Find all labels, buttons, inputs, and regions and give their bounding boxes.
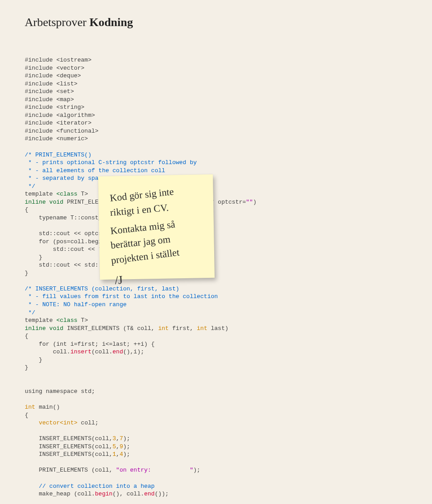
code-line: }: [25, 357, 42, 363]
code-comment: * - prints optional C-string optcstr fol…: [25, 159, 197, 166]
code-line: {: [25, 333, 28, 339]
title-bold: Kodning: [90, 16, 133, 29]
code-comment: // convert collection into a heap: [25, 483, 155, 490]
code-comment: */: [25, 309, 35, 316]
sticky-note: Kod gör sig inte riktigt i en CV. Kontak…: [98, 174, 215, 280]
code-line: int main(): [25, 404, 60, 410]
code-line: using namespace std;: [25, 388, 95, 395]
code-comment: /* PRINT_ELEMENTS(): [25, 152, 91, 158]
code-line: INSERT_ELEMENTS(coll,3,7);: [25, 435, 130, 442]
code-line: #include <iterator>: [25, 120, 91, 126]
title-prefix: Arbetsprover: [25, 16, 90, 29]
code-line: #include <deque>: [25, 72, 81, 79]
code-comment: * - separated by spaces: [25, 175, 109, 182]
code-line: INSERT_ELEMENTS(coll,5,9);: [25, 443, 130, 450]
code-comment: * - fill values from first to last into …: [25, 293, 218, 300]
code-line: coll.insert(coll.end(),i);: [25, 348, 144, 355]
code-line: #include <vector>: [25, 65, 85, 71]
code-line: vector<int> coll;: [25, 419, 99, 426]
code-line: make_heap (coll.begin(), coll.end());: [25, 491, 169, 497]
code-comment: */: [25, 183, 35, 190]
code-line: #include <algorithm>: [25, 112, 95, 119]
code-line: {: [25, 206, 28, 213]
page: Arbetsprover Kodning #include <iostream>…: [0, 0, 432, 504]
code-line: #include <iostream>: [25, 57, 91, 63]
code-line: {: [25, 412, 28, 419]
code-line: }: [25, 254, 42, 261]
code-block: #include <iostream> #include <vector> #i…: [25, 56, 407, 504]
code-line: INSERT_ELEMENTS(coll,1,4);: [25, 451, 130, 458]
code-comment: * - all elements of the collection coll: [25, 167, 165, 174]
code-comment: /* INSERT_ELEMENTS (collection, first, l…: [25, 285, 179, 292]
code-line: #include <functional>: [25, 128, 99, 134]
code-line: for (int i=first; i<=last; ++i) {: [25, 341, 155, 348]
code-line: template <class T>: [25, 317, 88, 324]
code-line: #include <list>: [25, 80, 77, 87]
page-title: Arbetsprover Kodning: [25, 16, 407, 29]
code-line: }: [25, 364, 28, 371]
code-line: inline void INSERT_ELEMENTS (T& coll, in…: [25, 325, 229, 332]
code-line: PRINT_ELEMENTS (coll, "on entry: ");: [25, 467, 200, 473]
code-line: #include <numeric>: [25, 135, 88, 142]
code-line: #include <set>: [25, 88, 74, 95]
code-line: template <class T>: [25, 191, 88, 197]
code-line: #include <string>: [25, 104, 85, 111]
code-comment: * - NOTE: NO half-open range: [25, 301, 126, 308]
code-line: }: [25, 270, 28, 277]
code-line: #include <map>: [25, 96, 74, 103]
